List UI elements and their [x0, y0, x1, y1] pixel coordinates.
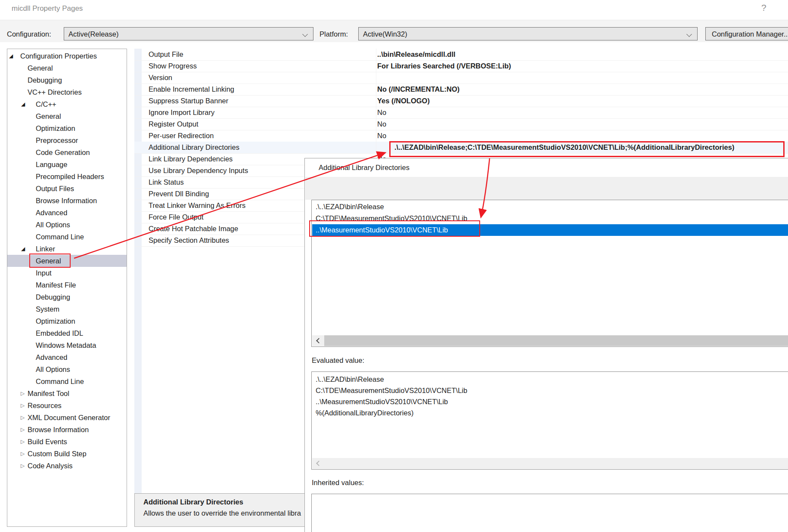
tree-item-manifest-tool[interactable]: ▷Manifest Tool — [7, 387, 127, 399]
platform-select-value: Active(Win32) — [363, 30, 407, 38]
tree-item-command-line[interactable]: Command Line — [7, 231, 127, 243]
tree-item-optimization[interactable]: Optimization — [7, 122, 127, 134]
property-row-ignore-import-library[interactable]: Ignore Import LibraryNo — [134, 107, 788, 119]
property-name: Register Output — [149, 118, 199, 130]
property-row-per-user-redirection[interactable]: Per-user RedirectionNo — [134, 130, 788, 142]
evaluated-line: ..\MeasurementStudioVS2010\VCNET\Lib — [316, 396, 448, 407]
tree-collapsed-icon[interactable]: ▷ — [21, 448, 25, 460]
scroll-left-icon — [316, 461, 322, 466]
tree-item-label: Command Line — [36, 375, 84, 387]
tree-item-general[interactable]: General — [7, 62, 127, 74]
property-name: Link Status — [149, 176, 184, 188]
tree-item-browse-information[interactable]: Browse Information — [7, 195, 127, 207]
popup-title: Additional Library Directories — [319, 164, 410, 172]
help-icon[interactable]: ? — [761, 3, 766, 13]
property-name: Prevent Dll Binding — [149, 188, 209, 200]
property-value[interactable]: No — [377, 118, 386, 130]
tree-item-label: Configuration Properties — [20, 50, 97, 62]
tree-item-label: Precompiled Headers — [36, 170, 104, 182]
property-row-show-progress[interactable]: Show ProgressFor Libraries Searched (/VE… — [134, 60, 788, 72]
tree-expanded-icon[interactable]: ◢ — [21, 98, 25, 110]
tree-collapsed-icon[interactable]: ▷ — [21, 387, 25, 399]
platform-select[interactable]: Active(Win32) — [358, 27, 698, 40]
tree-item-label: Debugging — [28, 74, 62, 86]
tree-item-custom-build-step[interactable]: ▷Custom Build Step — [7, 448, 127, 460]
property-row-suppress-startup-banner[interactable]: Suppress Startup BannerYes (/NOLOGO) — [134, 95, 788, 107]
tree-item-all-options[interactable]: All Options — [7, 219, 127, 231]
annotation-box-tree-general — [29, 254, 71, 268]
tree-expanded-icon[interactable]: ◢ — [21, 243, 25, 255]
scrollbar-thumb[interactable] — [324, 335, 788, 346]
horizontal-scrollbar[interactable] — [312, 335, 788, 346]
property-value[interactable]: ..\bin\Release/micdll.dll — [377, 49, 456, 60]
description-text: Allows the user to override the environm… — [143, 509, 301, 517]
scroll-left-button[interactable] — [312, 458, 324, 469]
tree-item-general[interactable]: General — [7, 110, 127, 122]
tree-item-language[interactable]: Language — [7, 158, 127, 170]
tree-item-advanced[interactable]: Advanced — [7, 207, 127, 219]
popup-toolbar-band — [305, 177, 788, 200]
page-title: micdll Property Pages — [12, 4, 83, 13]
evaluated-line: .\..\EZAD\bin\Release — [316, 374, 384, 385]
scroll-left-button[interactable] — [312, 335, 324, 346]
tree-item-precompiled-headers[interactable]: Precompiled Headers — [7, 170, 127, 182]
tree-item-debugging[interactable]: Debugging — [7, 74, 127, 86]
tree-item-debugging[interactable]: Debugging — [7, 291, 127, 303]
tree-item-build-events[interactable]: ▷Build Events — [7, 436, 127, 448]
tree-collapsed-icon[interactable]: ▷ — [21, 436, 25, 448]
tree-item-advanced[interactable]: Advanced — [7, 351, 127, 363]
tree-item-resources[interactable]: ▷Resources — [7, 399, 127, 411]
property-value[interactable]: Yes (/NOLOGO) — [377, 95, 430, 107]
tree-item-embedded-idl[interactable]: Embedded IDL — [7, 327, 127, 339]
property-value[interactable]: No (/INCREMENTAL:NO) — [377, 84, 459, 95]
tree-item-configuration-properties[interactable]: ◢Configuration Properties — [7, 50, 127, 62]
property-value[interactable]: No — [377, 107, 386, 118]
tree-item-label: Manifest Tool — [28, 387, 69, 399]
property-row-enable-incremental-linking[interactable]: Enable Incremental LinkingNo (/INCREMENT… — [134, 84, 788, 96]
tree-item-vc-directories[interactable]: VC++ Directories — [7, 86, 127, 98]
directory-item[interactable]: .\..\EZAD\bin\Release — [312, 201, 788, 213]
evaluated-value-label: Evaluated value: — [312, 356, 364, 365]
property-name: Output File — [149, 49, 183, 60]
description-title: Additional Library Directories — [143, 498, 243, 506]
configuration-manager-button[interactable]: Configuration Manager... — [705, 27, 788, 40]
property-value[interactable]: No — [377, 130, 386, 142]
configuration-tree: ◢Configuration PropertiesGeneralDebuggin… — [7, 49, 127, 527]
property-row-version[interactable]: Version — [134, 72, 788, 84]
tree-item-input[interactable]: Input — [7, 267, 127, 279]
evaluated-line: C:\TDE\MeasurementStudioVS2010\VCNET\Lib — [316, 385, 467, 396]
tree-item-label: Browse Information — [28, 424, 89, 436]
tree-item-label: Optimization — [36, 122, 75, 134]
horizontal-scrollbar-disabled[interactable] — [312, 458, 788, 469]
tree-item-preprocessor[interactable]: Preprocessor — [7, 134, 127, 146]
tree-item-label: General — [28, 62, 53, 74]
tree-collapsed-icon[interactable]: ▷ — [21, 399, 25, 411]
tree-item-browse-information[interactable]: ▷Browse Information — [7, 424, 127, 436]
tree-item-linker[interactable]: ◢Linker — [7, 243, 127, 255]
tree-item-system[interactable]: System — [7, 303, 127, 315]
property-row-output-file[interactable]: Output File..\bin\Release/micdll.dll — [134, 49, 788, 61]
tree-item-code-generation[interactable]: Code Generation — [7, 146, 127, 158]
tree-item-manifest-file[interactable]: Manifest File — [7, 279, 127, 291]
tree-item-code-analysis[interactable]: ▷Code Analysis — [7, 460, 127, 472]
tree-item-c-c[interactable]: ◢C/C++ — [7, 98, 127, 110]
tree-item-output-files[interactable]: Output Files — [7, 182, 127, 195]
tree-item-all-options[interactable]: All Options — [7, 363, 127, 375]
platform-label: Platform: — [320, 27, 348, 41]
tree-collapsed-icon[interactable]: ▷ — [21, 460, 25, 472]
property-row-register-output[interactable]: Register OutputNo — [134, 118, 788, 130]
tree-item-label: All Options — [36, 219, 70, 231]
tree-item-label: Browse Information — [36, 195, 97, 207]
tree-item-label: Optimization — [36, 315, 75, 327]
tree-item-command-line[interactable]: Command Line — [7, 375, 127, 387]
tree-collapsed-icon[interactable]: ▷ — [21, 424, 25, 436]
tree-item-xml-document-generator[interactable]: ▷XML Document Generator — [7, 411, 127, 424]
tree-item-optimization[interactable]: Optimization — [7, 315, 127, 327]
tree-item-windows-metadata[interactable]: Windows Metadata — [7, 339, 127, 351]
tree-expanded-icon[interactable]: ◢ — [9, 50, 13, 62]
inherited-values-label: Inherited values: — [312, 479, 364, 487]
configuration-select[interactable]: Active(Release) — [64, 27, 313, 40]
tree-item-label: C/C++ — [36, 98, 56, 110]
tree-collapsed-icon[interactable]: ▷ — [21, 411, 25, 424]
property-value[interactable]: For Libraries Searched (/VERBOSE:Lib) — [377, 60, 511, 72]
